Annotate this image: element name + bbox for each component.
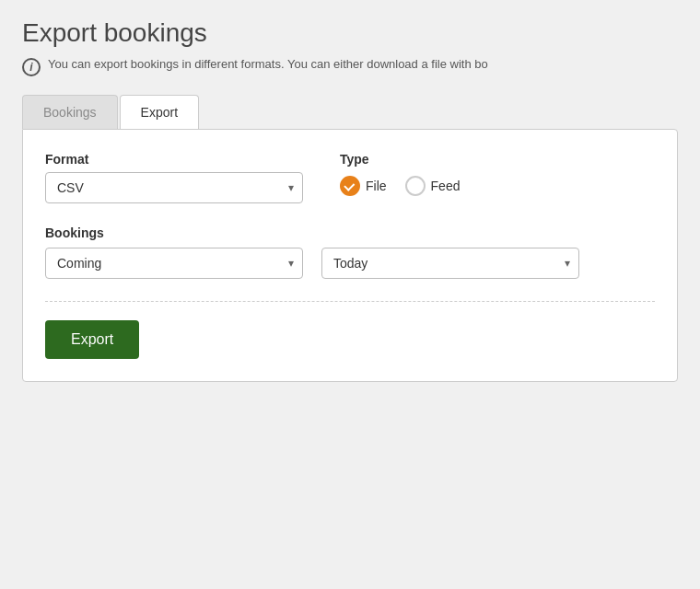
format-group: Format CSV Excel JSON ▾ bbox=[45, 152, 303, 203]
radio-feed-indicator bbox=[405, 176, 426, 196]
radio-file[interactable]: File bbox=[340, 176, 387, 196]
radio-feed[interactable]: Feed bbox=[405, 176, 461, 196]
tab-bookings[interactable]: Bookings bbox=[22, 95, 118, 129]
bookings-selects-row: Coming Past All ▾ Today This week This m… bbox=[45, 248, 655, 279]
radio-group: File Feed bbox=[340, 172, 460, 196]
export-panel: Format CSV Excel JSON ▾ Type File bbox=[22, 129, 678, 382]
format-select[interactable]: CSV Excel JSON bbox=[45, 172, 303, 203]
bookings-select-wrapper: Coming Past All ▾ bbox=[45, 248, 303, 279]
tab-export[interactable]: Export bbox=[120, 95, 199, 129]
info-bar: i You can export bookings in different f… bbox=[22, 57, 678, 76]
bookings-label: Bookings bbox=[45, 225, 655, 240]
format-label: Format bbox=[45, 152, 303, 167]
type-label: Type bbox=[340, 152, 460, 167]
period-select[interactable]: Today This week This month Custom bbox=[321, 248, 579, 279]
bookings-label-group: Bookings bbox=[45, 225, 655, 240]
export-button[interactable]: Export bbox=[45, 320, 139, 359]
radio-feed-label: Feed bbox=[431, 179, 461, 193]
type-group: Type File Feed bbox=[340, 152, 460, 203]
divider bbox=[45, 301, 655, 302]
bookings-select[interactable]: Coming Past All bbox=[45, 248, 303, 279]
period-select-wrapper: Today This week This month Custom ▾ bbox=[321, 248, 579, 279]
radio-file-label: File bbox=[366, 179, 387, 193]
format-select-wrapper: CSV Excel JSON ▾ bbox=[45, 172, 303, 203]
info-icon: i bbox=[22, 58, 41, 76]
info-text: You can export bookings in different for… bbox=[48, 57, 488, 71]
format-type-section: Format CSV Excel JSON ▾ Type File bbox=[45, 152, 655, 203]
radio-file-indicator bbox=[340, 176, 360, 196]
tabs-bar: Bookings Export bbox=[22, 95, 678, 129]
page-title: Export bookings bbox=[22, 18, 678, 48]
